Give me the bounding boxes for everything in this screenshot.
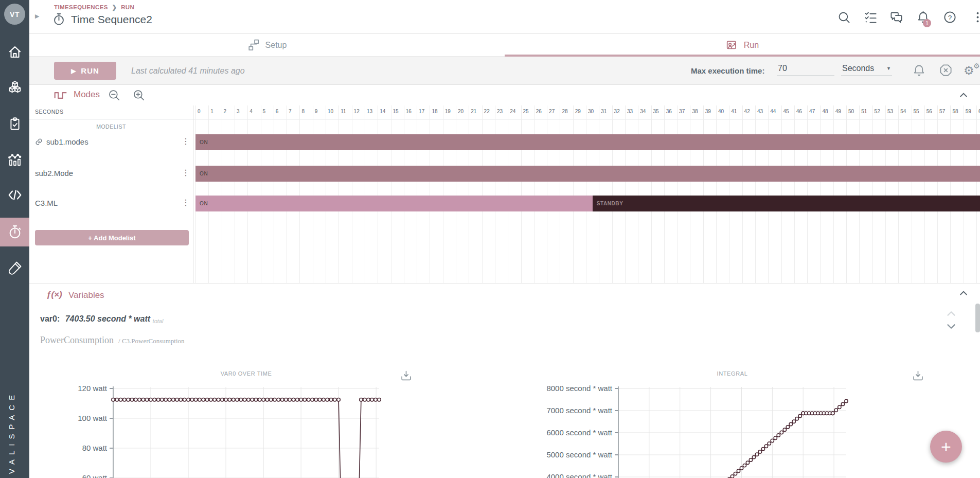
modelist-row-label[interactable]: C3.ML — [35, 199, 58, 207]
grid-second-line — [664, 105, 665, 283]
grid-second-line — [742, 105, 743, 283]
kebab-menu-icon[interactable] — [971, 10, 980, 25]
grid-second-line — [287, 105, 287, 283]
variable-full-path: / C3.PowerConsumption — [118, 337, 185, 345]
grid-second-line — [208, 105, 209, 283]
breadcrumb[interactable]: TIMESEQUENCES ❯ RUN — [54, 4, 134, 11]
breadcrumb-child[interactable]: RUN — [121, 4, 134, 10]
add-fab-button[interactable]: + — [930, 431, 962, 463]
grid-second-line — [859, 105, 860, 283]
grid-second-line — [885, 105, 886, 283]
ruler-tick-label: 56 — [926, 109, 932, 114]
sidebar-item-analyses[interactable] — [0, 146, 29, 174]
chart-block: INTEGRAL8000 second * watt7000 second * … — [535, 368, 952, 478]
sidebar-item-testing[interactable] — [0, 254, 29, 282]
sidebar-item-requirements[interactable] — [0, 110, 29, 138]
zoom-in-icon[interactable] — [132, 88, 146, 102]
search-icon[interactable] — [837, 10, 851, 25]
panel-expand-arrow-icon[interactable]: ▶ — [35, 13, 39, 20]
time-unit-select[interactable]: Seconds ▼ — [841, 63, 892, 76]
chart-download-icon[interactable] — [400, 369, 413, 383]
previous-variable-chevron-icon[interactable] — [946, 309, 957, 318]
user-avatar[interactable]: VT — [4, 4, 25, 25]
topbar: ▶ TIMESEQUENCES ❯ RUN Time Sequence2 ? 1 — [29, 0, 980, 34]
brand-logo-text: VALISPACE — [7, 368, 16, 474]
ruler-tick-label: 34 — [640, 109, 646, 114]
section-divider — [29, 283, 980, 284]
grid-second-line — [703, 105, 704, 283]
run-toolbar: ▶ RUN Last calculated 41 minutes ago Max… — [29, 57, 980, 85]
grid-second-line — [755, 105, 756, 283]
modelist-row-label[interactable]: sub2.Mode — [35, 169, 73, 178]
modelist-row-label[interactable]: sub1.modes — [35, 137, 88, 146]
comments-icon[interactable] — [889, 10, 904, 25]
tasks-checklist-icon[interactable] — [864, 10, 878, 25]
modelist-row-name: C3.ML — [35, 199, 58, 207]
sidebar-item-home[interactable] — [0, 38, 29, 66]
grid-second-line — [625, 105, 626, 283]
max-execution-time-label: Max execution time: — [691, 66, 764, 75]
cancel-octagon-icon[interactable] — [939, 63, 953, 78]
mode-bar[interactable]: ON — [195, 196, 593, 211]
chart-download-icon[interactable] — [912, 369, 925, 383]
max-execution-time-input[interactable] — [777, 63, 834, 76]
zoom-out-icon[interactable] — [108, 88, 121, 102]
label-column-divider — [193, 105, 193, 283]
ruler-tick-label: 50 — [848, 109, 854, 114]
sidebar-item-timesequences[interactable] — [0, 218, 29, 246]
next-variable-chevron-icon[interactable] — [946, 322, 957, 331]
notification-badge: 1 — [923, 19, 931, 27]
ruler-unit-label: SECONDS — [35, 109, 63, 115]
chart-plot-svg: 120 watt100 watt80 watt60 watt — [44, 385, 385, 478]
ruler-tick-label: 11 — [341, 109, 346, 114]
grid-second-line — [391, 105, 391, 283]
chart-title: INTEGRAL — [618, 370, 846, 377]
help-icon[interactable]: ? — [943, 10, 957, 25]
run-settings-gears-icon[interactable]: ⚙⚙ — [964, 62, 980, 79]
scrollbar-thumb[interactable] — [975, 304, 980, 332]
mode-bar[interactable]: STANDBY — [593, 196, 980, 211]
grid-second-line — [573, 105, 574, 283]
add-modelist-button[interactable]: + Add Modelist — [35, 230, 189, 245]
ruler-tick-label: 58 — [952, 109, 958, 114]
tab-setup[interactable]: Setup — [29, 34, 505, 56]
ruler-tick-label: 52 — [875, 109, 880, 114]
tab-run-label: Run — [744, 41, 759, 50]
grid-second-line — [872, 105, 873, 283]
run-button[interactable]: ▶ RUN — [54, 62, 116, 80]
grid-second-line — [495, 105, 495, 283]
notify-on-finish-bell-icon[interactable] — [912, 63, 926, 78]
modes-section-title: Modes — [74, 90, 100, 100]
collapse-variables-chevron-icon[interactable] — [958, 288, 969, 298]
grid-second-line — [378, 105, 378, 283]
title-row: Time Sequence2 — [52, 12, 152, 26]
mode-bar[interactable]: ON — [195, 166, 980, 182]
ruler-tick-label: 16 — [406, 109, 412, 114]
link-icon — [35, 138, 43, 146]
grid-second-line — [338, 105, 339, 283]
ruler-tick-label: 27 — [549, 109, 555, 114]
ruler-tick-label: 48 — [822, 109, 828, 114]
collapse-modes-chevron-icon[interactable] — [958, 90, 969, 100]
ruler-tick-label: 30 — [588, 109, 594, 114]
grid-second-line — [898, 105, 899, 283]
modes-timeline-grid: 0123456789101112131415161718192021222324… — [195, 105, 980, 283]
breadcrumb-parent[interactable]: TIMESEQUENCES — [54, 4, 108, 10]
row-kebab-menu-icon[interactable]: ⋮ — [181, 168, 190, 178]
ruler-tick-label: 6 — [276, 109, 279, 114]
tab-run[interactable]: Run — [505, 34, 980, 56]
variable-path-row[interactable]: PowerConsumption / C3.PowerConsumption — [40, 335, 185, 346]
sidebar-item-modules[interactable] — [0, 74, 29, 102]
sidebar-item-scripting[interactable] — [0, 181, 29, 209]
ruler-tick-label: 26 — [536, 109, 542, 114]
row-kebab-menu-icon[interactable]: ⋮ — [181, 136, 190, 146]
row-kebab-menu-icon[interactable]: ⋮ — [181, 198, 190, 207]
mode-bar[interactable]: ON — [195, 134, 980, 150]
svg-text:8000 second * watt: 8000 second * watt — [546, 385, 612, 393]
grid-second-line — [235, 105, 235, 283]
grid-second-line — [716, 105, 717, 283]
grid-second-line — [560, 105, 560, 283]
grid-second-line — [976, 105, 977, 283]
svg-text:60 watt: 60 watt — [82, 473, 108, 478]
code-icon — [7, 187, 23, 203]
